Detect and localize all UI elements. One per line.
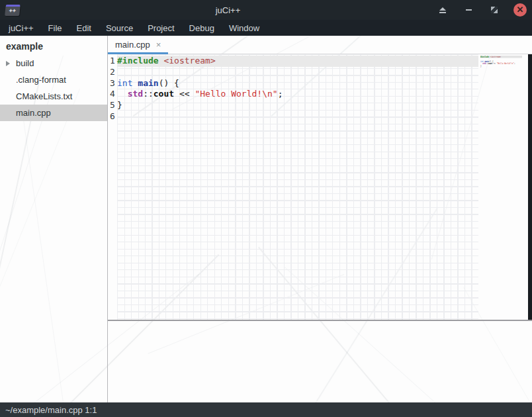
token-ns: std [128,89,143,99]
code-line-5: } [117,100,478,111]
editor-scrollbar[interactable] [528,54,532,320]
token-fn: main [138,78,158,88]
menu-item-source[interactable]: Source [99,21,140,36]
token-incl: <iostream> [163,56,215,66]
token-preproc: #include [117,56,159,66]
keep-above-button[interactable] [436,3,449,17]
menu-item-edit[interactable]: Edit [69,21,99,36]
titlebar: ++ juCi++ ✕ [0,0,532,20]
app-logo-icon: ++ [5,5,21,16]
menu-item-debug[interactable]: Debug [182,21,222,36]
close-button[interactable]: ✕ [513,3,527,17]
window-controls: ✕ [436,3,527,17]
close-icon: ✕ [517,5,524,15]
editor-body: 123456 #include <iostream> int main() { … [108,54,532,320]
code-line-4: std::cout << "Hello World!\n"; [117,89,478,100]
code-line-2 [117,67,478,78]
tree-item-label: build [16,58,34,68]
tree-item-label: main.cpp [16,108,51,118]
tab-main-cpp[interactable]: main.cpp × [108,36,168,54]
line-number: 4 [110,89,117,100]
token-preproc: #include [480,56,489,58]
tab-close-icon[interactable]: × [156,40,161,49]
token-str: "Hello World!\n" [497,63,514,65]
code-line-1: #include <iostream> [117,56,478,67]
statusbar: ~/example/main.cpp 1:1 [0,402,532,417]
token-kw: int [117,78,132,88]
token-str: "Hello World!\n" [195,89,277,99]
line-number: 6 [110,111,117,122]
restore-icon [491,7,498,13]
line-number: 3 [110,78,117,89]
token-plain: () { [159,78,179,88]
token-plain: << [174,89,195,99]
tab-label: main.cpp [115,40,150,50]
project-root-label: example [0,36,107,55]
token-plain: } [117,100,122,110]
file-tree: build.clang-formatCMakeLists.txtmain.cpp [0,55,107,121]
tree-item--clang-format[interactable]: .clang-format [0,71,107,88]
token-incl: <iostream> [490,56,501,58]
menu-item-window[interactable]: Window [222,21,267,36]
cursor-location-text: ~/example/main.cpp 1:1 [5,405,97,415]
menu-item-file[interactable]: File [41,21,69,36]
token-plain: ; [278,89,283,99]
expander-arrow-icon[interactable] [6,61,10,66]
minimize-icon [466,9,472,11]
menubar: juCi++FileEditSourceProjectDebugWindow [0,20,532,36]
minimap[interactable]: #include <iostream> int main() { std::co… [478,54,528,320]
code-editor[interactable]: #include <iostream> int main() { std::co… [117,54,478,320]
minimap-content: #include <iostream> int main() { std::co… [480,56,522,70]
file-tree-sidebar: example build.clang-formatCMakeLists.txt… [0,36,107,402]
eject-icon [439,7,446,13]
token-plain: ; [514,63,515,65]
token-var: cout [154,89,174,99]
token-plain [117,89,128,99]
window-title: juCi++ [20,5,436,15]
tree-item-main-cpp[interactable]: main.cpp [0,105,107,121]
menu-item-juci[interactable]: juCi++ [1,21,41,36]
code-line-3: int main() { [117,78,478,89]
app-window: ++ juCi++ ✕ juCi++FileEditSourceProjectD… [0,0,532,417]
output-panel [108,321,532,402]
tabbar: main.cpp × [108,36,532,54]
tree-item-build[interactable]: build [0,55,107,71]
code-line-6 [117,111,478,122]
minimize-button[interactable] [462,3,475,17]
restore-button[interactable] [488,3,501,17]
tree-item-label: CMakeLists.txt [16,91,72,101]
editor-pane: main.cpp × 123456 #include <iostream> in… [108,36,532,402]
minimap-line-6 [480,68,522,70]
line-number: 1 [110,56,117,67]
line-number-gutter: 123456 [108,54,117,320]
token-plain: :: [143,89,154,99]
menu-item-project[interactable]: Project [140,21,181,36]
line-number: 5 [110,100,117,111]
main-content: example build.clang-formatCMakeLists.txt… [0,36,532,402]
sidebar-splitter[interactable] [107,36,108,402]
tree-item-label: .clang-format [16,75,66,85]
tree-item-cmakelists-txt[interactable]: CMakeLists.txt [0,88,107,105]
line-number: 2 [110,67,117,78]
